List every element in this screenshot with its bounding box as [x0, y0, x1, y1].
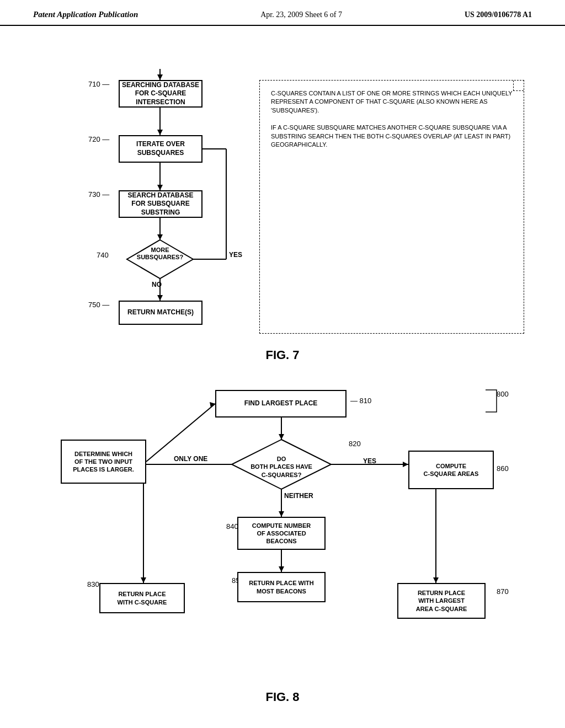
label-830: 830 [87, 580, 99, 588]
box-860: COMPUTEC-SQUARE AREAS [408, 451, 494, 489]
label-720: 720 — [88, 135, 109, 143]
onlyone-label-820: ONLY ONE [174, 455, 207, 463]
patent-number-label: US 2009/0106778 A1 [465, 10, 532, 19]
yes-label-820: YES [363, 457, 376, 465]
svg-marker-12 [157, 295, 163, 301]
box-determine: DETERMINE WHICHOF THE TWO INPUTPLACES IS… [61, 440, 146, 484]
svg-marker-22 [141, 577, 146, 583]
diamond-820-text: DOBOTH PLACES HAVEC-SQUARES? [237, 455, 326, 479]
svg-marker-16 [279, 434, 284, 440]
note-para1: C-SQUARES CONTAIN A LIST OF ONE OR MORE … [271, 89, 513, 115]
label-740: 740 [97, 251, 109, 259]
diamond-740-text: MORESUBSQUARES? [135, 247, 185, 261]
svg-marker-26 [279, 566, 284, 572]
fig8-caption: FIG. 8 [33, 690, 532, 704]
fig7-caption: FIG. 7 [33, 348, 532, 362]
label-730: 730 — [88, 190, 109, 199]
label-710: 710 — [88, 80, 109, 88]
page-header: Patent Application Publication Apr. 23, … [0, 0, 565, 26]
svg-marker-30 [210, 402, 215, 408]
svg-marker-28 [433, 577, 439, 583]
svg-marker-14 [157, 74, 163, 80]
box-720: ITERATE OVERSUBSQUARES [119, 135, 202, 163]
svg-marker-24 [279, 511, 284, 517]
note-box-fig7: C-SQUARES CONTAIN A LIST OF ONE OR MORE … [259, 80, 524, 334]
box-870: RETURN PLACEWITH LARGESTAREA C-SQUARE [397, 583, 486, 619]
box-840: COMPUTE NUMBEROF ASSOCIATEDBEACONS [237, 517, 326, 550]
box-810: FIND LARGEST PLACE [215, 390, 347, 417]
no-label-740: NO [152, 281, 162, 288]
svg-marker-19 [403, 462, 408, 467]
svg-line-29 [146, 404, 215, 462]
box-830: RETURN PLACEWITH C-SQUARE [99, 583, 185, 613]
yes-label-740: YES [229, 251, 242, 259]
svg-marker-1 [157, 130, 163, 135]
box-750: RETURN MATCHE(S) [119, 301, 202, 325]
label-750: 750 — [88, 301, 109, 309]
note-para2: IF A C-SQUARE SUBSQUARE MATCHES ANOTHER … [271, 124, 513, 149]
publication-label: Patent Application Publication [33, 10, 138, 19]
fig8-diagram: 800 DETERMINE WHICHOF THE TWO INPUTPLACE… [33, 373, 532, 704]
main-content: 710 — SEARCHING DATABASEFOR C-SQUAREINTE… [0, 26, 565, 721]
label-810: — 810 [350, 397, 371, 405]
label-800: 800 [497, 390, 509, 398]
label-870: 870 [497, 587, 509, 596]
date-sheet-label: Apr. 23, 2009 Sheet 6 of 7 [260, 10, 342, 19]
label-860: 860 [497, 464, 509, 473]
svg-marker-3 [157, 185, 163, 190]
box-710: SEARCHING DATABASEFOR C-SQUAREINTERSECTI… [119, 80, 202, 108]
neither-label-820: NEITHER [284, 492, 313, 500]
box-730: SEARCH DATABASEFOR SUBSQUARESUBSTRING [119, 190, 202, 218]
label-820: 820 [349, 440, 361, 448]
box-850: RETURN PLACE WITHMOST BEACONS [237, 572, 326, 602]
svg-marker-5 [157, 234, 163, 240]
fig7-diagram: 710 — SEARCHING DATABASEFOR C-SQUAREINTE… [33, 42, 532, 362]
